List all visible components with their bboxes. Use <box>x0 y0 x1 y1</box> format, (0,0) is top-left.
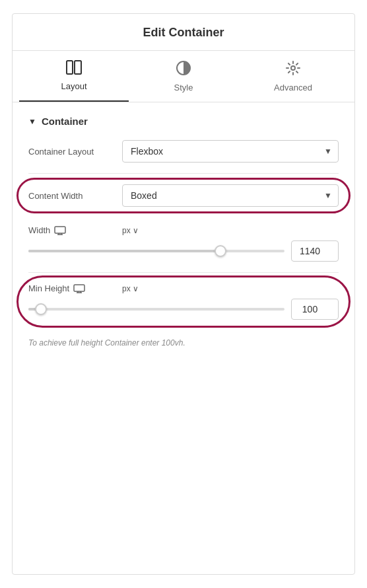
min-height-number-input[interactable] <box>291 299 339 320</box>
width-text-label: Width <box>28 225 50 235</box>
min-height-highlight: Min Height <box>28 283 339 320</box>
tabs-bar: Layout Style Advanced <box>13 51 354 102</box>
content-width-select[interactable]: Boxed <box>122 184 339 207</box>
min-height-slider-track <box>28 308 284 311</box>
width-slider-thumb[interactable] <box>215 245 226 257</box>
svg-rect-8 <box>74 285 84 291</box>
min-height-header-row: Min Height <box>28 283 339 293</box>
layout-icon <box>66 60 82 77</box>
width-header-row: Width px ∨ <box>28 225 339 235</box>
width-unit-selector[interactable]: px ∨ <box>122 226 139 235</box>
min-height-unit-selector[interactable]: px ∨ <box>122 284 139 293</box>
width-slider-container <box>28 250 284 252</box>
divider-1 <box>28 173 339 174</box>
section-title: ▼ Container <box>28 116 339 127</box>
tab-advanced-label: Advanced <box>274 83 312 92</box>
width-section: Width px ∨ <box>28 225 339 262</box>
min-height-slider-thumb[interactable] <box>35 303 47 315</box>
edit-container-panel: Edit Container Layout Style <box>12 13 355 575</box>
panel-header: Edit Container <box>13 14 354 51</box>
width-monitor-icon <box>54 226 66 235</box>
width-right: px ∨ <box>122 226 139 235</box>
width-slider-fill <box>28 250 220 252</box>
width-label: Width <box>28 225 114 235</box>
collapse-arrow[interactable]: ▼ <box>28 117 36 126</box>
container-layout-select-wrapper: Flexbox ▼ <box>122 140 339 163</box>
tab-advanced[interactable]: Advanced <box>238 51 348 102</box>
panel-content: ▼ Container Container Layout Flexbox ▼ C… <box>13 102 354 361</box>
divider-2 <box>28 272 339 273</box>
container-layout-row: Container Layout Flexbox ▼ <box>28 140 339 163</box>
min-height-slider-row <box>28 299 339 320</box>
svg-rect-0 <box>67 61 73 74</box>
content-width-label: Content Width <box>28 191 114 201</box>
content-width-highlight: Content Width Boxed ▼ <box>28 184 339 207</box>
content-width-row: Content Width Boxed ▼ <box>28 184 339 207</box>
advanced-icon <box>285 60 301 79</box>
tab-layout-label: Layout <box>61 81 86 91</box>
min-height-text-label: Min Height <box>28 283 69 293</box>
container-layout-label: Container Layout <box>28 147 114 157</box>
svg-rect-1 <box>75 61 81 74</box>
min-height-label: Min Height <box>28 283 114 293</box>
section-title-label: Container <box>42 116 88 127</box>
min-height-monitor-icon <box>73 284 85 293</box>
min-height-section: Min Height <box>28 283 339 320</box>
style-icon <box>176 60 191 79</box>
hint-text: To achieve full height Container enter 1… <box>28 338 339 348</box>
tab-style-label: Style <box>174 83 193 92</box>
svg-point-3 <box>291 66 295 70</box>
tab-style[interactable]: Style <box>129 51 238 102</box>
container-layout-select[interactable]: Flexbox <box>122 140 339 163</box>
min-height-slider-container <box>28 308 284 311</box>
min-height-right: px ∨ <box>122 284 139 293</box>
panel-title: Edit Container <box>26 26 341 40</box>
content-width-select-wrapper: Boxed ▼ <box>122 184 339 207</box>
tab-layout[interactable]: Layout <box>19 51 129 102</box>
width-number-input[interactable] <box>291 240 339 262</box>
svg-rect-4 <box>55 227 65 233</box>
width-slider-row <box>28 240 339 262</box>
